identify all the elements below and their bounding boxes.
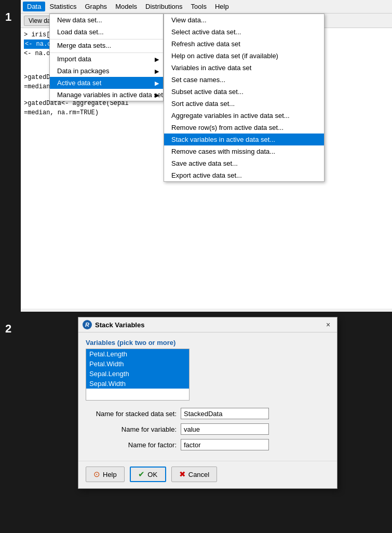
- dialog-title-left: R Stack Variables: [83, 320, 144, 329]
- dialog-title-text: Stack Variables: [95, 321, 144, 329]
- menu-statistics[interactable]: Statistics: [45, 2, 80, 11]
- variables-listbox[interactable]: Petal.Length Petal.Width Sepal.Length Se…: [86, 349, 190, 401]
- stacked-name-row: Name for stacked data set:: [86, 408, 330, 419]
- top-area: Data Statistics Graphs Models Distributi…: [21, 0, 392, 312]
- submenu-refresh-active[interactable]: Refresh active data set: [164, 38, 324, 50]
- help-btn-label: Help: [103, 471, 117, 478]
- menu-distributions[interactable]: Distributions: [141, 2, 187, 11]
- menu-help[interactable]: Help: [211, 2, 233, 11]
- submenu-variables-active[interactable]: Variables in active data set: [164, 62, 324, 74]
- submenu-remove-missing[interactable]: Remove cases with missing data...: [164, 145, 324, 157]
- r-logo-icon: R: [83, 320, 92, 329]
- var-item-petal-length[interactable]: Petal.Length: [86, 349, 189, 359]
- menu-import-data[interactable]: Import data ▶: [50, 52, 163, 65]
- step1-label: 1: [5, 10, 11, 24]
- variables-label: Variables (pick two or more): [86, 339, 330, 347]
- submenu-view-data[interactable]: View data...: [164, 14, 324, 26]
- var-item-petal-width[interactable]: Petal.Width: [86, 359, 189, 369]
- menu-merge-datasets[interactable]: Merge data sets...: [50, 39, 163, 51]
- submenu-sort-active[interactable]: Sort active data set...: [164, 98, 324, 110]
- help-button[interactable]: ⊙ Help: [86, 467, 125, 482]
- var-item-sepal-length[interactable]: Sepal.Length: [86, 369, 189, 379]
- menu-data-packages[interactable]: Data in packages ▶: [50, 65, 163, 77]
- stack-variables-dialog: R Stack Variables × Variables (pick two …: [78, 317, 337, 489]
- submenu-save-active[interactable]: Save active data set...: [164, 157, 324, 169]
- submenu-aggregate[interactable]: Aggregate variables in active data set..…: [164, 110, 324, 122]
- factor-name-label: Name for factor:: [86, 441, 177, 449]
- menu-new-dataset[interactable]: New data set...: [50, 14, 163, 26]
- var-item-sepal-width[interactable]: Sepal.Width: [86, 379, 189, 389]
- menu-data[interactable]: Data: [23, 2, 45, 11]
- dialog-titlebar: R Stack Variables ×: [78, 317, 337, 332]
- cancel-icon: ✖: [179, 470, 186, 479]
- fields-section: Name for stacked data set: Name for vari…: [86, 408, 330, 450]
- factor-name-input[interactable]: [181, 439, 269, 450]
- menu-manage-variables[interactable]: Manage variables in active data set ▶: [50, 89, 163, 101]
- dialog-buttons: ⊙ Help ✔ OK ✖ Cancel: [78, 461, 337, 488]
- data-menu: New data set... Load data set... Merge d…: [49, 14, 164, 101]
- submenu-stack-variables[interactable]: Stack variables in active data set...: [164, 134, 324, 145]
- stacked-name-label: Name for stacked data set:: [86, 410, 177, 418]
- menu-graphs[interactable]: Graphs: [80, 2, 111, 11]
- dialog-close-button[interactable]: ×: [323, 320, 333, 329]
- ok-btn-label: OK: [147, 471, 157, 478]
- submenu-set-case-names[interactable]: Set case names...: [164, 74, 324, 86]
- menubar: Data Statistics Graphs Models Distributi…: [21, 0, 392, 14]
- var-name-row: Name for variable:: [86, 423, 330, 435]
- help-icon: ⊙: [93, 470, 100, 479]
- var-name-label: Name for variable:: [86, 425, 177, 433]
- menu-load-dataset[interactable]: Load data set...: [50, 26, 163, 38]
- ok-button[interactable]: ✔ OK: [130, 467, 166, 482]
- submenu-select-active[interactable]: Select active data set...: [164, 26, 324, 38]
- submenu-export-active[interactable]: Export active data set...: [164, 169, 324, 181]
- menu-models[interactable]: Models: [111, 2, 141, 11]
- step2-label: 2: [5, 322, 11, 336]
- factor-name-row: Name for factor:: [86, 439, 330, 450]
- active-ds-submenu: View data... Select active data set... R…: [164, 14, 325, 182]
- submenu-subset-active[interactable]: Subset active data set...: [164, 86, 324, 98]
- cancel-btn-label: Cancel: [188, 471, 209, 478]
- submenu-help-active[interactable]: Help on active data set (if available): [164, 50, 324, 62]
- cancel-button[interactable]: ✖ Cancel: [171, 467, 217, 482]
- submenu-remove-rows[interactable]: Remove row(s) from active data set...: [164, 122, 324, 134]
- menu-tools[interactable]: Tools: [187, 2, 211, 11]
- menu-active-dataset[interactable]: Active data set ▶: [50, 77, 163, 89]
- stacked-name-input[interactable]: [181, 408, 269, 419]
- ok-icon: ✔: [138, 470, 145, 479]
- dialog-body: Variables (pick two or more) Petal.Lengt…: [78, 332, 337, 461]
- var-name-input[interactable]: [181, 423, 269, 435]
